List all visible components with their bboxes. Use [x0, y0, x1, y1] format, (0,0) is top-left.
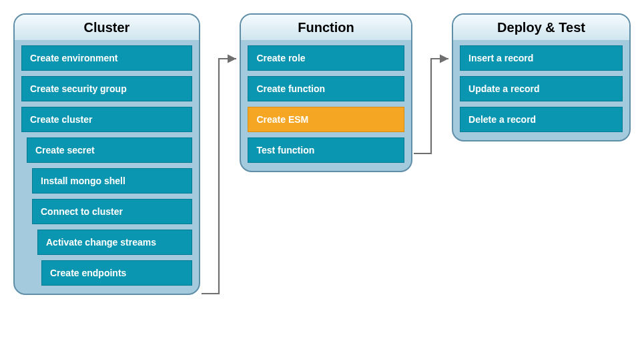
step-update-record: Update a record	[460, 76, 623, 101]
step-install-mongo-shell: Install mongo shell	[32, 168, 192, 194]
step-connect-to-cluster: Connect to cluster	[32, 199, 192, 224]
step-insert-record: Insert a record	[460, 45, 623, 71]
stage-title-cluster: Cluster	[84, 20, 130, 35]
step-delete-record: Delete a record	[460, 107, 623, 132]
stage-header: Function	[241, 15, 410, 40]
stage-title-function: Function	[298, 20, 354, 35]
step-create-cluster: Create cluster	[21, 107, 192, 132]
stage-function: Function Create role Create function Cre…	[240, 13, 412, 172]
stage-title-deploy: Deploy & Test	[497, 20, 585, 35]
stage-cluster: Cluster Create environment Create securi…	[13, 13, 200, 295]
step-create-function: Create function	[248, 76, 404, 101]
stage-deploy-test: Deploy & Test Insert a record Update a r…	[452, 13, 631, 141]
step-activate-change-streams: Activate change streams	[37, 230, 192, 255]
step-create-secret: Create secret	[27, 137, 192, 163]
step-test-function: Test function	[248, 137, 404, 163]
arrow-cluster-to-function	[200, 13, 240, 295]
step-create-endpoints: Create endpoints	[41, 260, 192, 286]
step-create-esm: Create ESM	[248, 107, 404, 132]
arrow-function-to-deploy	[412, 13, 452, 295]
stage-header: Deploy & Test	[453, 15, 629, 40]
stage-header: Cluster	[15, 15, 199, 40]
step-create-environment: Create environment	[21, 45, 192, 71]
step-create-role: Create role	[248, 45, 404, 71]
workflow-diagram: Cluster Create environment Create securi…	[13, 13, 631, 295]
step-create-security-group: Create security group	[21, 76, 192, 101]
